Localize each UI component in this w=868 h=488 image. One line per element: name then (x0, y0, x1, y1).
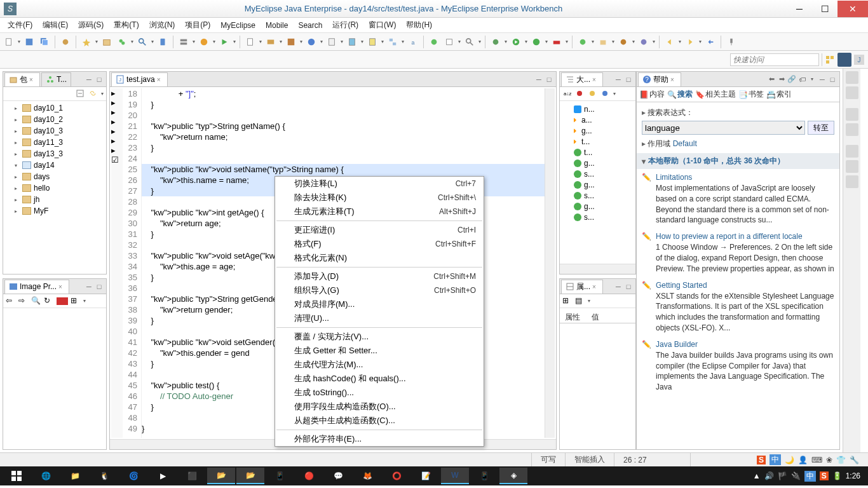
link-icon[interactable]: 🔗 (787, 75, 796, 84)
taskbar-qq[interactable]: 🐧 (90, 468, 118, 484)
tab-outline[interactable]: 大... × (561, 72, 603, 86)
hide-fields-icon[interactable] (575, 89, 585, 99)
hide-nonpublic-icon[interactable] (600, 89, 611, 99)
new-pkg-icon[interactable] (597, 36, 609, 48)
menu-run[interactable]: 运行(R) (327, 18, 363, 32)
close-tab-icon[interactable]: × (592, 283, 599, 290)
helptab-bookmarks[interactable]: 📑书签 (738, 89, 764, 100)
outline-item[interactable]: n... (562, 104, 633, 114)
taskbar-ie[interactable]: 🌐 (32, 468, 60, 484)
new-icon[interactable] (3, 36, 15, 48)
taskbar-media[interactable]: ▶ (149, 468, 177, 484)
minimized-view-2[interactable] (846, 86, 858, 99)
minimize-view-icon[interactable]: ─ (85, 75, 93, 84)
maximize-view-icon[interactable]: □ (828, 75, 837, 84)
tab-help[interactable]: ? 帮助 × (638, 72, 681, 86)
sogou-icon[interactable]: S (757, 456, 766, 464)
properties-col-value[interactable]: 值 (587, 311, 604, 323)
arrow-right-icon[interactable]: ⇨ (18, 296, 29, 306)
outline-item[interactable]: s... (562, 190, 633, 201)
menu-project[interactable]: 项目(P) (180, 18, 215, 32)
minimized-view-5[interactable] (846, 145, 858, 158)
taskbar-notes[interactable]: 📝 (412, 468, 440, 484)
ctx-item[interactable]: 切换注释(L)Ctrl+7 (275, 177, 484, 191)
new-enum-icon[interactable] (617, 36, 630, 48)
ctx-item[interactable]: 组织导入(G)Ctrl+Shift+O (275, 283, 484, 297)
menu-search[interactable]: Search (293, 19, 327, 32)
minimize-button[interactable]: ─ (787, 1, 812, 17)
search2-icon[interactable] (463, 36, 476, 48)
taskbar-explorer[interactable]: 📁 (61, 468, 89, 484)
ctx-item[interactable]: 清理(U)... (275, 311, 484, 325)
taskbar-browser[interactable]: 🌀 (119, 468, 147, 484)
explorer-item-day10_3[interactable]: ▸day10_3 (4, 125, 105, 137)
menu-mobile[interactable]: Mobile (261, 19, 293, 32)
taskbar-folder1[interactable]: 📂 (207, 468, 235, 484)
ctx-item[interactable]: 格式(F)Ctrl+Shift+F (275, 237, 484, 251)
minimize-view-icon[interactable]: ─ (614, 75, 623, 84)
ctx-item[interactable]: 覆盖 / 实现方法(V)... (275, 330, 484, 344)
explorer-item-MyF[interactable]: ▸MyF (4, 205, 105, 217)
pin-icon[interactable] (725, 36, 738, 48)
html-icon[interactable] (325, 36, 338, 48)
minimize-view-icon[interactable]: ─ (85, 282, 93, 291)
horizontal-scrollbar[interactable] (560, 264, 635, 274)
debug-icon[interactable] (489, 36, 502, 48)
js-icon[interactable] (366, 36, 379, 48)
tray-expand-icon[interactable]: ▲ (753, 471, 761, 480)
menu-myeclipse[interactable]: MyEclipse (215, 19, 261, 32)
taskbar-chrome[interactable]: 🔴 (295, 468, 323, 484)
outline-item[interactable]: g... (562, 179, 633, 190)
person-icon[interactable]: 👤 (798, 456, 808, 464)
taskbar-myeclipse[interactable]: ◈ (499, 468, 527, 484)
close-tab-icon[interactable]: × (58, 283, 65, 290)
tool-icon[interactable] (59, 36, 72, 48)
taskbar-firefox[interactable]: 🦊 (353, 468, 381, 484)
ctx-item[interactable]: 生成代理方法(M)... (275, 358, 484, 372)
minimize-view-icon[interactable]: ─ (818, 75, 827, 84)
taskbar-folder2[interactable]: 📂 (236, 468, 264, 484)
newj-icon[interactable] (244, 36, 257, 48)
menu-edit[interactable]: 编辑(E) (37, 18, 73, 32)
save-all-icon[interactable] (38, 36, 51, 48)
ctx-item[interactable]: 对成员排序(M)... (275, 297, 484, 311)
ctx-item[interactable]: 生成元素注释(T)Alt+Shift+J (275, 205, 484, 219)
maximize-editor-icon[interactable]: □ (545, 75, 553, 84)
helptab-content[interactable]: 📕内容 (639, 89, 665, 100)
server-icon[interactable] (177, 36, 190, 48)
grid-icon[interactable]: ⊞ (71, 296, 81, 306)
outline-item[interactable]: a... (562, 114, 633, 125)
ejb-icon[interactable] (264, 36, 277, 48)
menu-help[interactable]: 帮助(H) (401, 18, 437, 32)
minimized-view-4[interactable] (846, 123, 858, 136)
hide-static-icon[interactable] (588, 89, 598, 99)
filter-icon[interactable]: ▤ (575, 296, 585, 306)
explorer-item-day13_3[interactable]: ▸day13_3 (4, 148, 105, 159)
ctx-item[interactable]: 从超类中生成构造函数(C)... (275, 414, 484, 428)
tray-flag-icon[interactable]: 🏴 (778, 471, 787, 480)
ctx-item[interactable]: 除去块注释(K)Ctrl+Shift+\ (275, 191, 484, 205)
explorer-item-day10_2[interactable]: ▸day10_2 (4, 114, 105, 125)
editor-tab-test-java[interactable]: J test.java × (111, 72, 168, 86)
maximize-view-icon[interactable]: □ (95, 282, 104, 291)
nav-fwd-icon[interactable]: ➡ (777, 75, 786, 84)
new-annot-icon[interactable] (637, 36, 650, 48)
go-button[interactable]: 转至 (808, 121, 834, 135)
launch-icon[interactable] (218, 36, 231, 48)
ctx-item[interactable]: 生成 hashCode() 和 equals()... (275, 372, 484, 386)
ctx-item[interactable]: 使用字段生成构造函数(O)... (275, 400, 484, 414)
ctx-item[interactable]: 格式化元素(N) (275, 251, 484, 265)
taskbar-app4[interactable]: 📱 (470, 468, 498, 484)
maximize-view-icon[interactable]: □ (95, 75, 104, 84)
ctx-item[interactable]: 生成 Getter 和 Setter... (275, 344, 484, 358)
minimize-view-icon[interactable]: ─ (614, 282, 623, 291)
explorer-item-day14[interactable]: ▾day14 (4, 159, 105, 171)
close-tab-icon[interactable]: × (29, 76, 36, 83)
tab-properties[interactable]: 属... × (561, 280, 603, 294)
outline-item[interactable]: t... (562, 147, 633, 158)
properties-col-name[interactable]: 属性 (560, 311, 587, 323)
explorer-item-hello[interactable]: ▸hello (4, 182, 105, 194)
tray-clock[interactable]: 1:26 (846, 471, 860, 480)
web-icon[interactable] (305, 36, 318, 48)
new-class-icon[interactable] (576, 36, 589, 48)
